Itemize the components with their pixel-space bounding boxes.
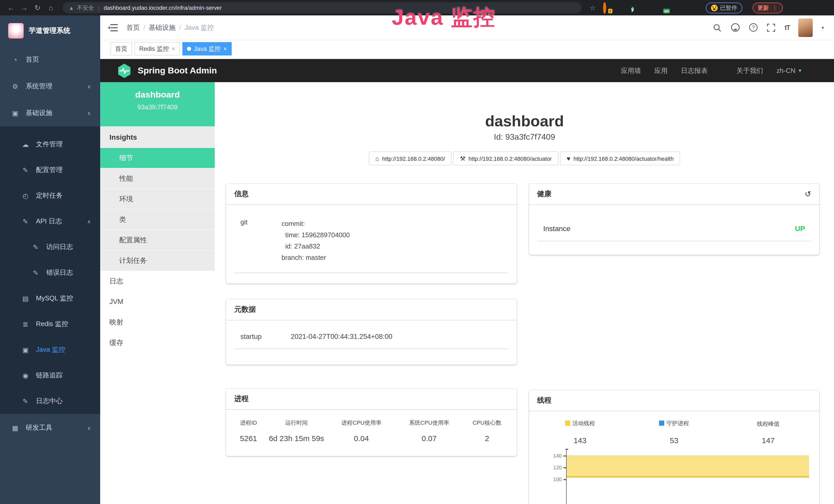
chevron-down-icon: ∨: [87, 84, 91, 89]
help-icon[interactable]: ?: [748, 23, 758, 32]
sba-nav-journal[interactable]: 日志报表: [681, 66, 708, 75]
language-selector[interactable]: zh-CN ▾: [776, 67, 802, 74]
browser-home-icon[interactable]: ⌂: [45, 4, 57, 12]
sba-header: Spring Boot Admin 应用墙 应用 日志报表 关于我们 zh-CN…: [100, 59, 834, 82]
app-logo: [8, 23, 24, 39]
menu-item-scheduled-tasks[interactable]: 计划任务: [100, 251, 215, 271]
edit-icon: ✎: [21, 397, 30, 405]
heart-icon: ♥: [567, 155, 570, 162]
legend-blue-icon: [659, 420, 664, 426]
sidebar-item-dev-tools[interactable]: ▦ 研发工具 ∨: [0, 414, 100, 442]
bookmark-star-icon[interactable]: ☆: [590, 4, 596, 12]
page-title: dashboard: [215, 112, 834, 131]
navbar-actions: ? tT ▾: [712, 18, 824, 37]
sidebar-item-files[interactable]: ☁ 文件管理: [0, 132, 100, 157]
menu-item-details[interactable]: 细节: [100, 148, 215, 168]
tab-java-monitor[interactable]: Java 监控 ×: [182, 42, 232, 55]
close-icon[interactable]: ×: [223, 45, 227, 52]
info-key: git: [234, 218, 282, 264]
service-url-button[interactable]: ⌂ http://192.168.0.2:48080/: [369, 152, 452, 165]
chevron-down-icon: ∨: [87, 425, 91, 431]
chevron-up-icon: ∧: [87, 219, 91, 224]
edit-icon: ✎: [21, 217, 30, 225]
annotation-java-monitor: Java 监控: [392, 3, 496, 32]
url-text: dashboard.yudao.iocoder.cn/infra/admin-s…: [104, 5, 222, 11]
uptime-value: 6d 23h 15m 59s: [267, 434, 326, 443]
search-icon[interactable]: [712, 23, 722, 32]
extensions-puzzle-icon[interactable]: [688, 4, 696, 12]
menu-item-jvm[interactable]: JVM: [100, 292, 215, 312]
extension-on-badge: on: [663, 9, 670, 13]
sba-brand[interactable]: Spring Boot Admin: [138, 66, 217, 76]
reload-icon[interactable]: ↻: [32, 4, 43, 12]
sidebar-item-infra[interactable]: ▣ 基础设施 ∧: [0, 100, 100, 126]
sidebar-item-api-log[interactable]: ✎ API 日志 ∧: [0, 208, 100, 234]
sba-nav: 应用墙 应用 日志报表 关于我们 zh-CN ▾: [621, 66, 802, 75]
tab-redis-monitor[interactable]: Redis 监控 ×: [135, 42, 180, 55]
sidebar-item-home[interactable]: ◔ 首页: [0, 46, 100, 73]
extension-list-icon[interactable]: on: [659, 4, 667, 12]
layers-icon: ≣: [21, 320, 30, 328]
breadcrumb-home[interactable]: 首页: [126, 23, 140, 32]
extension-y-icon[interactable]: y: [631, 4, 639, 12]
forward-icon[interactable]: →: [19, 4, 30, 12]
table-row[interactable]: Instance UP: [537, 224, 811, 241]
live-threads-stat: 活动线程 143: [533, 418, 627, 445]
sidebar-item-jobs[interactable]: ◴ 定时任务: [0, 183, 100, 208]
sidebar-item-config[interactable]: ✎ 配置管理: [0, 157, 100, 183]
menu-item-classes[interactable]: 类: [100, 209, 215, 230]
sba-nav-wallboard[interactable]: 应用墙: [621, 66, 641, 75]
sidebar-item-tracing[interactable]: ◉ 链路追踪: [0, 363, 100, 388]
sidebar-item-java-monitor[interactable]: ▣ Java 监控: [0, 337, 100, 363]
sidebar-item-mysql[interactable]: ▤ MySQL 监控: [0, 285, 100, 311]
sidebar-item-log-center[interactable]: ✎ 日志中心: [0, 388, 100, 414]
sidebar-item-error-log[interactable]: ✎ 错误日志: [0, 260, 100, 285]
sidebar-item-system[interactable]: ⚙ 系统管理 ∨: [0, 73, 100, 100]
submenu-spacer: [0, 126, 100, 132]
browser-menu-icon[interactable]: ⋮: [772, 4, 777, 11]
extension-orange-icon[interactable]: 1: [602, 4, 610, 12]
health-url-button[interactable]: ♥ http://192.168.0.2:48080/actuator/heal…: [560, 152, 680, 165]
paused-pill[interactable]: 已暂停: [706, 2, 742, 13]
chart-y-axis: 140 120 100: [533, 450, 566, 504]
history-icon[interactable]: ↺: [805, 189, 811, 199]
menu-item-metrics[interactable]: 性能: [100, 168, 215, 189]
extension-grid-icon[interactable]: [645, 4, 653, 12]
font-size-icon[interactable]: tT: [785, 24, 790, 31]
extension-pin-icon[interactable]: [616, 4, 624, 12]
fullscreen-icon[interactable]: [766, 23, 776, 32]
github-icon[interactable]: [730, 23, 740, 32]
active-dot: [187, 47, 191, 51]
sidebar-toggle-icon[interactable]: [108, 23, 118, 31]
table-icon: ▤: [21, 295, 30, 302]
menu-item-config-props[interactable]: 配置属性: [100, 230, 215, 251]
address-bar[interactable]: ▲ 不安全 | dashboard.yudao.iocoder.cn/infra…: [63, 2, 581, 13]
extension-person-icon[interactable]: [674, 4, 682, 12]
eye-icon: ◉: [21, 371, 30, 379]
sidebar-item-access-log[interactable]: ✎ 访问日志: [0, 234, 100, 260]
sidebar-item-redis[interactable]: ≣ Redis 监控: [0, 311, 100, 337]
update-button[interactable]: 更新 ⋮: [752, 2, 783, 13]
threads-card-title: 线程: [529, 390, 819, 411]
threads-chart: 140 120 100: [533, 450, 815, 504]
menu-item-logs[interactable]: 日志: [100, 271, 215, 292]
live-threads-value: 143: [533, 436, 627, 445]
menu-item-caches[interactable]: 缓存: [100, 333, 215, 353]
instance-header[interactable]: dashboard 93a3fc7f7409: [100, 82, 215, 126]
breadcrumb-infra[interactable]: 基础设施: [149, 23, 175, 32]
threads-card: 线程 活动线程 143 守护进程: [529, 390, 819, 504]
sba-nav-applications[interactable]: 应用: [654, 66, 667, 75]
tab-home[interactable]: 首页: [110, 42, 132, 55]
sba-nav-about[interactable]: 关于我们: [737, 66, 763, 75]
app-logo-row: 芋道管理系统: [0, 16, 100, 46]
menu-item-mappings[interactable]: 映射: [100, 312, 215, 333]
close-icon[interactable]: ×: [172, 45, 175, 52]
user-dropdown-icon[interactable]: ▾: [822, 25, 824, 30]
process-card-title: 进程: [226, 389, 517, 410]
avatar[interactable]: [798, 18, 813, 37]
security-warning-icon: ▲: [69, 5, 74, 10]
back-icon[interactable]: ←: [5, 4, 17, 12]
instance-id-subtitle: Id: 93a3fc7f7409: [215, 132, 834, 143]
menu-item-environment[interactable]: 环境: [100, 189, 215, 209]
actuator-url-button[interactable]: ⚒ http://192.168.0.2:48080/actuator: [453, 152, 559, 165]
